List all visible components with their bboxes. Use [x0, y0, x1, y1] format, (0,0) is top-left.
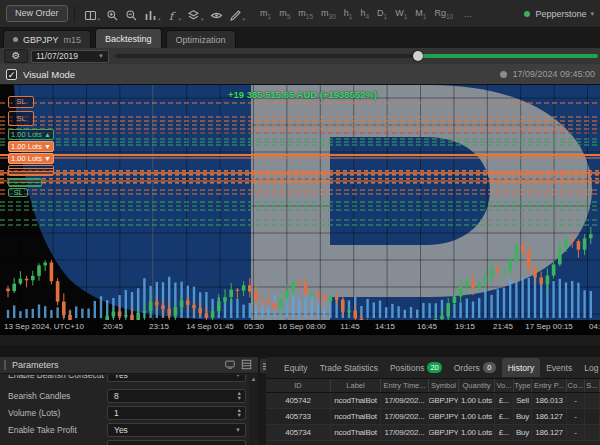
- timeframe-D1[interactable]: D1: [377, 8, 387, 20]
- param-select[interactable]: Yes▼: [107, 423, 246, 437]
- progress-handle[interactable]: [413, 51, 423, 61]
- visual-mode-checkbox[interactable]: ✓: [6, 69, 17, 80]
- x-axis-label: 14:15: [375, 322, 395, 331]
- monitor-icon[interactable]: [224, 356, 236, 374]
- playback-dot-icon: [500, 71, 507, 78]
- start-date-value: 11/07/2019: [36, 51, 78, 61]
- horizontal-splitter[interactable]: [0, 345, 600, 357]
- toolbar: New Order ▾▾f▾▾▾ m1m5m15m30h1h4D1W1M1Rg1…: [0, 0, 600, 28]
- table-cell: Buy: [514, 409, 532, 424]
- tab-positions[interactable]: Positions20: [384, 358, 448, 377]
- table-cell: -: [567, 425, 585, 440]
- layers-icon[interactable]: ▾: [187, 6, 204, 22]
- order-marker[interactable]: 1.00 Lots▼: [8, 153, 54, 164]
- param-stepper[interactable]: 1▲▼: [107, 406, 246, 420]
- panels-icon[interactable]: ▾: [84, 6, 101, 22]
- timeframe-Rg10[interactable]: Rg10: [434, 8, 453, 20]
- table-cell: 1.00 Lots: [459, 393, 495, 408]
- tab-trade-statistics[interactable]: Trade Statistics: [314, 358, 384, 377]
- x-axis-label: 23:15: [149, 322, 169, 331]
- column-header[interactable]: Entry P...: [532, 379, 567, 392]
- table-cell: 186.013: [532, 393, 567, 408]
- order-marker[interactable]: SL: [8, 96, 34, 108]
- svg-text:f: f: [169, 9, 176, 22]
- tab-log[interactable]: Log: [578, 358, 600, 377]
- table-cell: GBPJPY: [429, 425, 459, 440]
- x-axis-label: 14 Sep 01:45: [186, 322, 234, 331]
- column-header[interactable]: Label: [331, 379, 381, 392]
- stepper-arrows-icon[interactable]: ▲▼: [237, 408, 242, 417]
- new-order-button[interactable]: New Order: [6, 5, 68, 22]
- rows-icon[interactable]: [241, 356, 252, 374]
- column-header[interactable]: Entry Time...: [381, 379, 429, 392]
- parameters-header-icons: [219, 356, 252, 374]
- tab-history[interactable]: History: [502, 358, 540, 377]
- table-cell: Buy: [514, 425, 532, 440]
- x-axis-label: 05:30: [244, 322, 264, 331]
- more-timeframes-button[interactable]: …: [463, 9, 473, 19]
- start-date-select[interactable]: 11/07/2019 ▼: [31, 50, 109, 63]
- timeframe-m5[interactable]: m5: [279, 8, 290, 20]
- zoom-in-icon[interactable]: [106, 6, 119, 22]
- table-cell: 405734: [266, 425, 331, 440]
- history-table: IDLabelEntry Time...SymbolQuantityVo...T…: [266, 378, 600, 445]
- tab-orders[interactable]: Orders0: [448, 358, 502, 377]
- timeframe-M1[interactable]: M1: [415, 8, 426, 20]
- column-header[interactable]: Symbol: [429, 379, 459, 392]
- order-marker[interactable]: 1.00 Lots▼: [8, 141, 54, 152]
- column-header[interactable]: Quantity: [459, 379, 495, 392]
- table-cell: £...: [495, 409, 514, 424]
- timeframe-h1[interactable]: h1: [344, 8, 353, 20]
- order-marker[interactable]: 1.00 Lots▲: [8, 129, 54, 140]
- column-header[interactable]: Co...: [567, 379, 585, 392]
- timeframe-m1[interactable]: m1: [260, 8, 271, 20]
- timeframe-h4[interactable]: h4: [360, 8, 369, 20]
- param-row: Enable Take ProfitYes▼: [0, 422, 248, 437]
- param-row: [0, 439, 248, 445]
- scroll-up-icon[interactable]: ▲: [249, 375, 258, 384]
- timeframe-W1[interactable]: W1: [395, 8, 407, 20]
- zoom-out-icon[interactable]: [125, 6, 138, 22]
- draw-icon[interactable]: ▾: [229, 6, 246, 22]
- order-marker[interactable]: SL: [8, 188, 28, 197]
- tab-equity[interactable]: Equity: [278, 358, 314, 377]
- column-header[interactable]: ID: [266, 379, 331, 392]
- eye-icon[interactable]: [210, 6, 223, 22]
- visual-mode-label: Visual Mode: [23, 69, 75, 80]
- stepper-arrows-icon[interactable]: ▲▼: [237, 391, 242, 400]
- param-select[interactable]: Yes▼: [107, 375, 246, 382]
- chart-bars-icon[interactable]: ▾: [144, 6, 161, 22]
- parameters-scrollbar[interactable]: ▲: [249, 375, 258, 445]
- order-marker[interactable]: SL: [8, 111, 34, 126]
- toolbar-icons: ▾▾f▾▾▾: [81, 6, 249, 22]
- param-stepper[interactable]: 8▲▼: [107, 389, 246, 403]
- table-row[interactable]: 405733ncodThaiBot17/09/202...GBPJPY1.00 …: [266, 409, 600, 425]
- column-header[interactable]: Type: [514, 379, 532, 392]
- order-marker[interactable]: [8, 165, 54, 176]
- column-header[interactable]: Vo...: [495, 379, 514, 392]
- visual-mode-row: ✓ Visual Mode 17/09/2024 09:45:00: [0, 64, 600, 85]
- price-chart[interactable]: +19 385 515.65 AUD (+1938552%) SLSL1.00 …: [0, 85, 600, 320]
- indicator-f-icon[interactable]: f▾: [167, 6, 182, 22]
- broker-menu[interactable]: Pepperstone ▾: [524, 9, 594, 19]
- tab-instrument[interactable]: GBPJPY m15: [3, 30, 91, 48]
- backtest-progress-slider[interactable]: [115, 48, 597, 64]
- x-axis-label: 16:45: [417, 322, 437, 331]
- tab-backtesting[interactable]: Backtesting: [95, 28, 162, 48]
- x-axis[interactable]: 13 Sep 2024, UTC+1020:4523:1514 Sep 01:4…: [0, 320, 600, 334]
- direction-arrow-icon: ▲: [44, 131, 51, 138]
- table-cell: 186.127: [532, 409, 567, 424]
- table-row[interactable]: 405734ncodThaiBot17/09/202...GBPJPY1.00 …: [266, 425, 600, 441]
- progress-track-elapsed: [115, 54, 418, 58]
- order-marker[interactable]: [8, 178, 42, 187]
- count-badge: 0: [483, 362, 496, 373]
- x-axis-label: 19:15: [455, 322, 475, 331]
- drag-grip-icon[interactable]: [4, 360, 6, 370]
- timeframe-m30[interactable]: m30: [321, 8, 336, 20]
- timeframe-m15[interactable]: m15: [298, 8, 313, 20]
- column-header[interactable]: S...: [585, 379, 600, 392]
- tab-optimization[interactable]: Optimization: [166, 30, 236, 48]
- table-row[interactable]: 405742ncodThaiBot17/09/202...GBPJPY1.00 …: [266, 393, 600, 409]
- gear-icon[interactable]: ⚙: [4, 49, 28, 63]
- tab-events[interactable]: Events: [540, 358, 578, 377]
